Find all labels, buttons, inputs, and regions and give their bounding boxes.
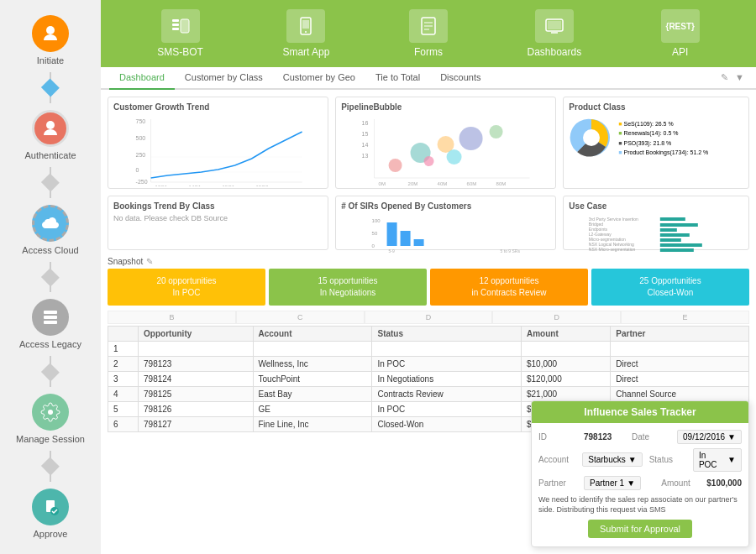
tracker-date-value: 09/12/2016 xyxy=(683,432,725,442)
row1-partner xyxy=(611,342,749,357)
tile-neg-count: 15 opportunities xyxy=(273,275,423,287)
sidebar-item-approve[interactable]: Approve xyxy=(0,482,101,546)
tab-customer-geo[interactable]: Customer by Geo xyxy=(273,67,365,90)
tab-dashboard[interactable]: Dashboard xyxy=(109,67,175,90)
tracker-account-dropdown[interactable]: Starbucks ▼ xyxy=(582,452,642,467)
sidebar-item-access-legacy[interactable]: Access Legacy xyxy=(0,292,101,356)
opportunity-tiles: 20 opportunities In POC 15 opportunities… xyxy=(108,269,749,306)
svg-rect-2 xyxy=(44,311,57,314)
tracker-date-dropdown[interactable]: 09/12/2016 ▼ xyxy=(677,430,742,444)
row1-opp xyxy=(139,342,253,357)
tile-con-count: 12 opportunities xyxy=(434,275,584,287)
svg-text:16: 16 xyxy=(362,120,369,126)
svg-rect-11 xyxy=(181,19,189,33)
tile-negotiations[interactable]: 15 opportunities In Negotiations xyxy=(269,269,427,306)
pipeline-bubble-chart: PipelineBubble 16 15 14 13 xyxy=(335,97,556,189)
usecase-chart: Use Case 3rd Party Service Insertion Bri… xyxy=(563,196,749,250)
initiate-icon xyxy=(32,15,69,52)
svg-text:13Q1: 13Q1 xyxy=(155,185,168,186)
tracker-account-row: Account Starbucks ▼ Status In POC ▼ xyxy=(538,448,742,472)
tracker-status-dropdown[interactable]: In POC ▼ xyxy=(693,448,742,472)
product-seg-1: ■ SeS(1109): 26.5 % xyxy=(618,119,708,128)
col-header-num xyxy=(108,327,139,342)
svg-rect-72 xyxy=(660,217,685,221)
diamond-connector-2 xyxy=(41,173,60,191)
tracker-status-label: Status xyxy=(649,455,690,464)
svg-rect-60 xyxy=(387,222,397,246)
tile-poc-count: 20 opportunities xyxy=(112,275,261,287)
sidebar-item-authenticate[interactable]: Authenticate xyxy=(0,103,101,167)
svg-rect-20 xyxy=(548,21,561,29)
tile-poc[interactable]: 20 opportunities In POC xyxy=(108,269,265,306)
submit-approval-button[interactable]: Submit for Approval xyxy=(588,520,692,538)
tracker-body: ID 798123 Date 09/12/2016 ▼ Account Star… xyxy=(532,423,748,546)
content-area: SMS-BOT Smart App xyxy=(101,0,756,554)
tracker-partner-dropdown[interactable]: Partner 1 ▼ xyxy=(584,476,641,490)
edit-icon[interactable]: ✎ xyxy=(717,67,732,88)
svg-text:15: 15 xyxy=(362,131,369,137)
row2-partner: Direct xyxy=(611,357,749,372)
tracker-amount-label: Amount xyxy=(661,478,703,488)
tab-tie-to-total[interactable]: Tie to Total xyxy=(365,67,430,90)
sidebar-item-initiate[interactable]: Initiate xyxy=(0,8,101,72)
main-container: Initiate Authenticate Access Cloud xyxy=(0,0,756,554)
tracker-account-label: Account xyxy=(538,455,579,464)
tracker-partner-row: Partner Partner 1 ▼ Amount $100,000 xyxy=(538,476,742,490)
tracker-partner-value: Partner 1 xyxy=(590,478,624,488)
row1-status xyxy=(372,342,522,357)
row2-opp: 798123 xyxy=(139,357,253,372)
column-letters: B C D D E xyxy=(108,311,749,324)
nav-smartapp[interactable]: Smart App xyxy=(282,9,329,58)
nav-forms[interactable]: Forms xyxy=(409,9,448,58)
col-d2: D xyxy=(492,311,621,324)
tracker-date-label: Date xyxy=(632,432,674,442)
product-class-chart: Product Class ■ SeS(1109): 26.5 % ■ Rene… xyxy=(563,97,749,189)
diamond-connector-4 xyxy=(41,363,60,381)
svg-text:100: 100 xyxy=(372,218,381,223)
snapshot-icon[interactable]: ✎ xyxy=(146,257,153,266)
tile-con-label: in Contracts Review xyxy=(434,287,584,299)
nav-smartapp-label: Smart App xyxy=(282,46,329,58)
tracker-id-label: ID xyxy=(538,432,580,442)
filter-icon[interactable]: ▼ xyxy=(732,67,748,88)
table-row[interactable]: 3 798124 TouchPoint In Negotiations $120… xyxy=(108,372,749,387)
charts-row-2: Bookings Trend By Class No data. Please … xyxy=(108,196,749,250)
table-row[interactable]: 1 xyxy=(108,342,749,357)
row1-acc xyxy=(253,342,372,357)
svg-text:15Q1: 15Q1 xyxy=(223,185,235,186)
svg-text:NSX Micro-segmentation: NSX Micro-segmentation xyxy=(589,247,636,252)
table-row[interactable]: 4 798125 East Bay Contracts Review $21,0… xyxy=(108,387,749,402)
sidebar-label-manage-session: Manage Session xyxy=(16,434,85,444)
col-e: E xyxy=(621,311,749,324)
pipeline-bubble-title: PipelineBubble xyxy=(341,102,550,112)
tile-contracts[interactable]: 12 opportunities in Contracts Review xyxy=(430,269,588,306)
row5-status: In POC xyxy=(372,402,522,417)
dashboard-content: Customer Growth Trend 750 500 250 0 -250… xyxy=(101,90,756,554)
svg-point-5 xyxy=(48,410,53,415)
tab-discounts[interactable]: Discounts xyxy=(430,67,491,90)
charts-row-1: Customer Growth Trend 750 500 250 0 -250… xyxy=(108,97,749,189)
tile-closed-won[interactable]: 25 Opportunities Closed-Won xyxy=(591,269,749,306)
tab-customer-class[interactable]: Customer by Class xyxy=(175,67,273,90)
product-seg-4: ■ Product Bookings(1734): 51.2 % xyxy=(618,148,708,157)
col-b: B xyxy=(108,311,236,324)
sidebar-item-access-cloud[interactable]: Access Cloud xyxy=(0,198,101,262)
nav-api[interactable]: {REST} API xyxy=(661,9,700,58)
table-row[interactable]: 2 798123 Wellness, Inc In POC $10,000 Di… xyxy=(108,357,749,372)
row2-acc: Wellness, Inc xyxy=(253,357,372,372)
row4-partner: Channel Source xyxy=(611,387,749,402)
row5-num: 5 xyxy=(108,402,139,417)
col-header-opportunity: Opportunity xyxy=(139,327,253,342)
sirs-chart: # Of SIRs Opened By Customers 100 50 0 5… xyxy=(335,196,556,250)
tracker-id-value: 798123 xyxy=(584,432,612,442)
nav-smsbot[interactable]: SMS-BOT xyxy=(157,9,203,58)
nav-dashboards[interactable]: Dashboards xyxy=(528,9,582,58)
tracker-date-chevron: ▼ xyxy=(727,432,736,442)
svg-text:250: 250 xyxy=(136,152,146,158)
row6-opp: 798127 xyxy=(139,417,253,432)
usecase-title: Use Case xyxy=(569,201,743,211)
sidebar-item-manage-session[interactable]: Manage Session xyxy=(0,387,101,451)
authenticate-icon xyxy=(32,110,69,147)
sidebar-label-authenticate: Authenticate xyxy=(24,150,76,160)
row6-num: 6 xyxy=(108,417,139,432)
